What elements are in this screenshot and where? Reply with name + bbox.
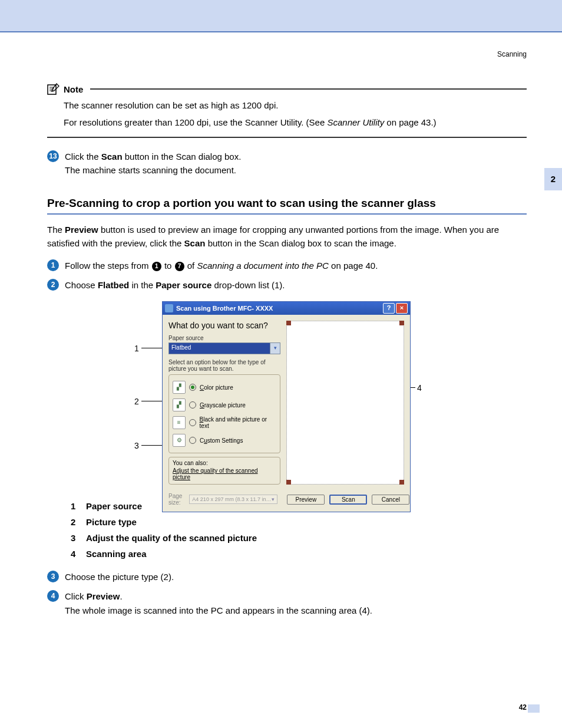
- page-size-value: A4 210 x 297 mm (8.3 x 11.7 in…: [192, 496, 272, 502]
- chapter-tab: 2: [544, 168, 562, 190]
- dialog-footer: Page size: A4 210 x 297 mm (8.3 x 11.7 i…: [163, 489, 410, 512]
- option-custom-label: Custom Settings: [200, 437, 243, 444]
- grayscale-picture-icon: ▞: [173, 398, 186, 411]
- flatbed-bold: Flatbed: [98, 280, 129, 290]
- option-color[interactable]: ▞ CColor pictureolor picture: [173, 378, 276, 396]
- step-badge-13: 13: [47, 150, 59, 162]
- option-bw[interactable]: ≡ Black and white picture or text: [173, 414, 276, 431]
- step-4: 4 Click Preview. The whole image is scan…: [47, 589, 527, 617]
- note-text: For resolutions greater than 1200 dpi, u…: [64, 117, 327, 127]
- legend-2: 2Picture type: [71, 514, 527, 530]
- radio-color[interactable]: [189, 384, 196, 391]
- dialog-figure: 1 2 3 4 Scan using Brother MFC- XXXX ? ×…: [141, 301, 432, 487]
- option-color-label: CColor pictureolor picture: [200, 384, 233, 391]
- option-custom[interactable]: ⚙ Custom Settings: [173, 431, 276, 449]
- legend-4: 4Scanning area: [71, 546, 527, 562]
- bw-text-icon: ≡: [173, 416, 186, 429]
- adjust-quality-link[interactable]: Adjust the quality of the scanned pictur…: [173, 467, 276, 480]
- scan-preview-area[interactable]: [286, 321, 404, 485]
- paper-source-bold: Paper source: [156, 280, 211, 290]
- radio-custom[interactable]: [189, 437, 196, 444]
- paper-source-label: Paper source: [168, 335, 280, 341]
- custom-settings-icon: ⚙: [173, 434, 186, 447]
- page-body: Scanning 2 Note The scanner resolution c…: [0, 32, 562, 722]
- legend-num: 4: [71, 546, 79, 562]
- scan-button[interactable]: Scan: [329, 495, 367, 505]
- section-rule: [47, 213, 527, 215]
- callout-4: 4: [417, 383, 422, 393]
- crop-handle-br[interactable]: [399, 480, 404, 485]
- note-line1: The scanner resolution can be set as hig…: [64, 98, 527, 112]
- intro-paragraph: The Preview button is used to preview an…: [47, 223, 527, 251]
- callout-2: 2: [134, 397, 139, 406]
- step-3-body: Choose the picture type (2).: [65, 570, 527, 584]
- legend-text: Scanning area: [86, 546, 147, 562]
- legend-3: 3Adjust the quality of the scanned pictu…: [71, 530, 527, 546]
- step-badge-3: 3: [47, 571, 59, 582]
- paper-source-select[interactable]: Flatbed ▾: [168, 342, 280, 354]
- chevron-down-icon[interactable]: ▾: [272, 496, 275, 502]
- step-3: 3 Choose the picture type (2).: [47, 570, 527, 584]
- callout-3: 3: [134, 441, 139, 450]
- legend-num: 2: [71, 514, 79, 530]
- help-button[interactable]: ?: [383, 303, 395, 314]
- option-grayscale-label: Grayscale picture: [200, 402, 246, 409]
- running-header: Scanning: [47, 50, 527, 58]
- cancel-button[interactable]: Cancel: [372, 495, 409, 505]
- radio-bw[interactable]: [189, 419, 196, 426]
- note-body: The scanner resolution can be set as hig…: [64, 98, 527, 130]
- scanner-utility-link[interactable]: Scanner Utility: [327, 117, 384, 127]
- text: in the: [129, 280, 156, 290]
- scan-dialog: Scan using Brother MFC- XXXX ? × What do…: [162, 301, 411, 512]
- step-4-body: Click Preview. The whole image is scanne…: [65, 589, 527, 617]
- also-label: You can also:: [173, 460, 208, 466]
- chevron-down-icon[interactable]: ▾: [270, 343, 280, 354]
- legend-text: Paper source: [86, 498, 142, 514]
- text: .: [120, 591, 122, 601]
- page-size-select[interactable]: A4 210 x 297 mm (8.3 x 11.7 in… ▾: [189, 495, 277, 504]
- text: Follow the steps from: [65, 261, 151, 271]
- step-1: 1 Follow the steps from 1 to 7 of Scanni…: [47, 259, 527, 272]
- step-1-body: Follow the steps from 1 to 7 of Scanning…: [65, 259, 527, 272]
- step-2-body: Choose Flatbed in the Paper source drop-…: [65, 278, 527, 292]
- step-badge-4: 4: [47, 590, 59, 602]
- step-badge-1: 1: [47, 259, 59, 271]
- option-bw-label: Black and white picture or text: [200, 416, 276, 429]
- radio-grayscale[interactable]: [189, 401, 196, 409]
- text: on page 40.: [329, 261, 378, 271]
- text: drop-down list (1).: [211, 280, 285, 290]
- note-line2: For resolutions greater than 1200 dpi, u…: [64, 116, 527, 129]
- dialog-title: Scan using Brother MFC- XXXX: [176, 305, 382, 312]
- step-badge-2: 2: [47, 279, 59, 291]
- legend-text: Picture type: [86, 514, 137, 530]
- page-number-bar: [528, 704, 540, 713]
- crop-handle-bl[interactable]: [286, 480, 291, 485]
- dialog-left-panel: What do you want to scan? Paper source F…: [168, 321, 280, 485]
- scan-bold: Scan: [101, 151, 123, 162]
- close-button[interactable]: ×: [396, 303, 408, 314]
- text: The machine starts scanning the document…: [65, 165, 236, 175]
- option-grayscale[interactable]: ▞ Grayscale picture: [173, 396, 276, 414]
- note-text: on page 43.): [384, 117, 436, 127]
- page-number: 42: [519, 703, 527, 711]
- step-2: 2 Choose Flatbed in the Paper source dro…: [47, 278, 527, 292]
- inline-badge-1: 1: [152, 262, 161, 271]
- paper-source-value: Flatbed: [169, 343, 270, 354]
- note-block: Note The scanner resolution can be set a…: [47, 83, 527, 138]
- scanner-icon: [165, 304, 173, 312]
- step-13-body: Click the Scan button in the Scan dialog…: [65, 150, 527, 177]
- select-option-help: Select an option below for the type of p…: [168, 359, 280, 372]
- legend-text: Adjust the quality of the scanned pictur…: [86, 530, 257, 546]
- step-13: 13 Click the Scan button in the Scan dia…: [47, 150, 527, 177]
- cross-ref-link[interactable]: Scanning a document into the PC: [197, 261, 328, 271]
- callout-2-line: [141, 401, 162, 401]
- page-size-label: Page size:: [168, 493, 182, 506]
- legend-num: 3: [71, 530, 79, 546]
- crop-handle-tl[interactable]: [286, 321, 291, 325]
- text: button in the Scan dialog box to scan th…: [205, 238, 396, 248]
- dialog-titlebar[interactable]: Scan using Brother MFC- XXXX ? ×: [163, 302, 410, 315]
- preview-button[interactable]: Preview: [287, 495, 325, 505]
- crop-handle-tr[interactable]: [399, 321, 404, 325]
- text: The: [47, 225, 65, 235]
- preview-bold: Preview: [87, 591, 120, 601]
